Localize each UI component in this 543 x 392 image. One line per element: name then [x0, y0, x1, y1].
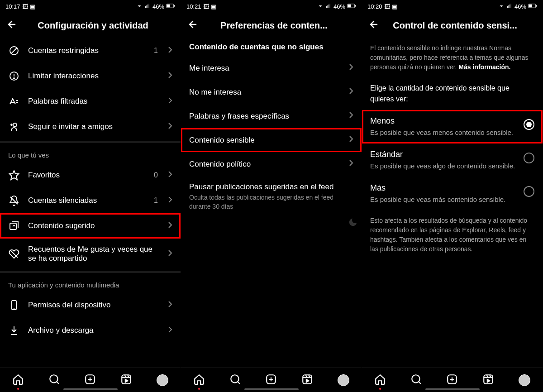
nav-search[interactable] [229, 373, 241, 387]
image-icon: 🖼 [22, 3, 28, 10]
avatar [157, 374, 168, 386]
back-arrow-icon[interactable] [6, 19, 17, 32]
nav-home[interactable] [193, 373, 205, 387]
settings-body: Cuentas restringidas 1 Limitar interacci… [0, 38, 181, 368]
row-label: Cuentas silenciadas [28, 196, 146, 205]
battery-icon [528, 3, 537, 10]
nav-create[interactable] [84, 373, 96, 387]
status-bar: 10:17 🖼 ▣ 46% [0, 0, 181, 13]
row-restricted-accounts[interactable]: Cuentas restringidas 1 [0, 38, 181, 63]
avatar [519, 374, 530, 386]
row-device-permissions[interactable]: Permisos del dispositivo [0, 292, 181, 318]
row-label: Palabras filtradas [28, 97, 160, 106]
nav-create[interactable] [446, 373, 458, 387]
svg-rect-1 [146, 5, 147, 8]
battery-text: 46% [152, 3, 164, 10]
header: Configuración y actividad [0, 13, 181, 38]
svg-rect-56 [484, 375, 493, 384]
notification-dot [17, 388, 19, 390]
notification-dot [198, 388, 200, 390]
back-arrow-icon[interactable] [368, 19, 379, 32]
row-sensitive-content[interactable]: Contenido sensible [181, 128, 362, 152]
status-bar: 10:21 🖼 ▣ 46% [181, 0, 362, 13]
nav-home[interactable] [374, 373, 386, 387]
signal-icon [506, 3, 513, 10]
row-follow-invite[interactable]: Seguir e invitar a amigos [0, 114, 181, 139]
row-favorites[interactable]: Favoritos 0 [0, 163, 181, 188]
heart-off-icon [8, 249, 20, 259]
nav-profile[interactable] [157, 374, 168, 386]
svg-point-17 [50, 375, 57, 382]
nav-search[interactable] [48, 373, 60, 387]
chevron-right-icon [349, 87, 353, 97]
svg-marker-43 [306, 379, 309, 382]
row-label: Recuentos de Me gusta y veces que se ha … [28, 245, 160, 263]
battery-text: 46% [514, 3, 526, 10]
nav-reels[interactable] [120, 373, 132, 387]
chevron-right-icon [168, 249, 172, 258]
chevron-right-icon [168, 46, 172, 55]
option-less[interactable]: Menos Es posible que veas menos contenid… [362, 110, 543, 143]
page-title: Control de contenido sensi... [387, 20, 523, 31]
row-label: Me interesa [189, 64, 229, 73]
page-title: Preferencias de conten... [206, 20, 342, 31]
row-like-share-counts[interactable]: Recuentos de Me gusta y veces que se ha … [0, 239, 181, 269]
option-desc: Es posible que veas menos contenido sens… [370, 128, 517, 137]
phone-icon [8, 300, 20, 311]
radio-icon[interactable] [524, 153, 534, 163]
star-icon [8, 170, 20, 181]
svg-rect-46 [510, 5, 510, 8]
nav-profile[interactable] [338, 374, 349, 386]
row-limit-interactions[interactable]: Limitar interacciones [0, 63, 181, 89]
row-suggested-content[interactable]: Contenido sugerido [0, 213, 181, 239]
option-more[interactable]: Más Es posible que veas más contenido se… [362, 177, 543, 210]
row-label: Contenido sugerido [28, 221, 160, 230]
nav-profile[interactable] [519, 374, 530, 386]
nav-reels[interactable] [482, 373, 494, 387]
svg-rect-44 [507, 6, 508, 8]
row-badge: 0 [154, 171, 158, 179]
row-label: Palabras y frases específicas [189, 112, 289, 121]
row-specific-words[interactable]: Palabras y frases específicas [181, 104, 362, 128]
row-pause-suggested[interactable]: Pausar publicaciones sugeridas en el fee… [181, 176, 362, 217]
radio-selected-icon[interactable] [524, 119, 534, 130]
row-badge: 1 [154, 47, 158, 55]
row-political-content[interactable]: Contenido político [181, 152, 362, 176]
option-desc: Es posible que veas algo de contenido se… [370, 161, 517, 171]
row-not-interested[interactable]: No me interesa [181, 80, 362, 104]
svg-point-11 [14, 78, 14, 79]
row-label: Archivo y descarga [28, 326, 160, 335]
chevron-right-icon [168, 97, 172, 106]
row-muted-accounts[interactable]: Cuentas silenciadas 1 [0, 188, 181, 213]
more-info-link[interactable]: Más información. [458, 63, 510, 71]
svg-rect-33 [355, 5, 356, 6]
nav-home[interactable] [12, 373, 24, 387]
svg-marker-26 [125, 379, 128, 382]
signal-icon [144, 3, 151, 10]
row-filtered-words[interactable]: Palabras filtradas [0, 89, 181, 114]
row-archive-download[interactable]: Archivo y descarga [0, 318, 181, 343]
nav-reels[interactable] [301, 373, 313, 387]
apps-icon: ▣ [30, 3, 35, 10]
svg-rect-32 [348, 4, 351, 7]
option-title: Más [370, 183, 517, 193]
preferences-body: Contenido de cuentas que no sigues Me in… [181, 38, 362, 368]
screen-preferences: 10:21 🖼 ▣ 46% Preferencias de conten... … [181, 0, 362, 392]
option-title: Estándar [370, 150, 517, 159]
svg-rect-2 [148, 5, 148, 8]
chevron-right-icon [168, 122, 172, 131]
status-time: 10:17 [5, 3, 20, 10]
battery-icon [347, 3, 356, 10]
nav-search[interactable] [410, 373, 422, 387]
row-interested[interactable]: Me interesa [181, 56, 362, 80]
wifi-icon [498, 3, 505, 10]
radio-icon[interactable] [524, 186, 534, 197]
option-standard[interactable]: Estándar Es posible que veas algo de con… [362, 143, 543, 177]
apps-icon: ▣ [392, 3, 397, 10]
nav-create[interactable] [265, 373, 277, 387]
chevron-right-icon [168, 301, 172, 310]
header: Preferencias de conten... [181, 13, 362, 38]
text-icon [8, 96, 20, 107]
back-arrow-icon[interactable] [187, 19, 198, 32]
wifi-icon [136, 3, 143, 10]
